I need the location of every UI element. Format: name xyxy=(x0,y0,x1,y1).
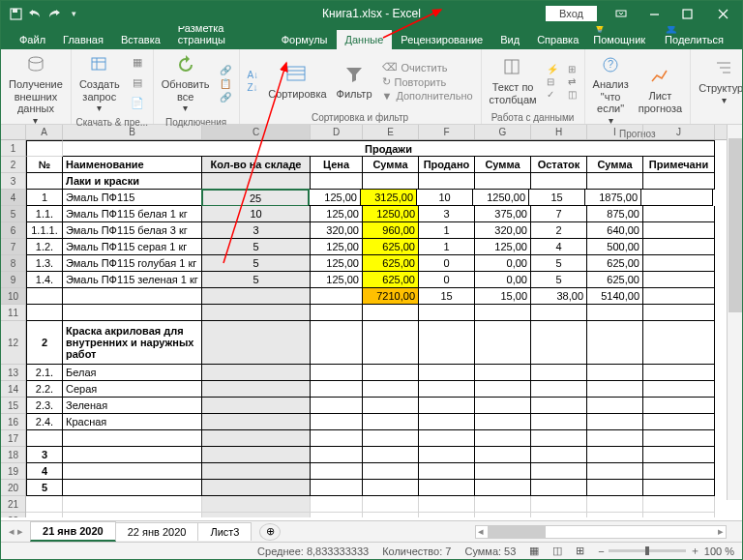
col-header-E[interactable]: E xyxy=(363,125,419,139)
cell[interactable]: 5 xyxy=(26,480,63,496)
vscroll-thumb[interactable] xyxy=(728,138,742,312)
cell[interactable]: 0 xyxy=(419,272,475,288)
cell[interactable] xyxy=(63,480,202,496)
cell[interactable] xyxy=(643,365,715,381)
cell[interactable] xyxy=(475,447,531,463)
cell[interactable]: 1.4. xyxy=(26,272,63,288)
cell[interactable]: 1250,00 xyxy=(473,190,529,206)
advanced-button[interactable]: ▼ Дополнительно xyxy=(378,89,477,103)
add-sheet-button[interactable]: ⊕ xyxy=(259,523,281,541)
cell[interactable] xyxy=(419,381,475,398)
close-icon[interactable] xyxy=(703,1,742,26)
cell[interactable]: 4 xyxy=(531,239,587,255)
cell[interactable] xyxy=(26,496,63,513)
cell[interactable] xyxy=(587,381,643,398)
cell[interactable] xyxy=(419,463,475,480)
cell[interactable]: 38,00 xyxy=(531,288,587,305)
tab-formulas[interactable]: Формулы xyxy=(273,30,337,49)
cell[interactable]: 0,00 xyxy=(475,255,531,272)
removedup-button[interactable]: ⊟ xyxy=(543,75,562,88)
cell[interactable] xyxy=(202,381,311,398)
cell[interactable] xyxy=(363,430,419,447)
filter-button[interactable]: Фильтр xyxy=(333,61,376,103)
row-header-21[interactable]: 21 xyxy=(1,496,25,513)
cell[interactable] xyxy=(475,463,531,480)
tab-data[interactable]: Данные xyxy=(337,30,393,49)
cell[interactable] xyxy=(419,430,475,447)
connections-button[interactable]: 🔗 xyxy=(216,64,235,76)
redo-icon[interactable] xyxy=(47,7,61,20)
cell[interactable] xyxy=(311,513,363,517)
row-header-3[interactable]: 3 xyxy=(1,173,25,190)
cell[interactable]: 625,00 xyxy=(363,239,419,255)
cell[interactable]: 375,00 xyxy=(475,206,531,222)
new-query-button[interactable]: Создать запрос ▾ xyxy=(75,51,124,116)
hscroll-thumb[interactable] xyxy=(488,526,546,538)
cell[interactable] xyxy=(475,496,531,513)
row-header-1[interactable]: 1 xyxy=(1,140,25,157)
cell[interactable] xyxy=(311,414,363,430)
cell[interactable] xyxy=(419,305,475,321)
cell[interactable]: Эмаль ПФ115 белая 3 кг xyxy=(63,222,202,239)
cell[interactable]: Серая xyxy=(63,381,202,398)
cell[interactable]: Лаки и краски xyxy=(63,173,202,190)
cell[interactable] xyxy=(531,365,587,381)
cell[interactable]: 125,00 xyxy=(311,239,363,255)
col-header-J[interactable]: J xyxy=(643,125,715,139)
cell[interactable] xyxy=(26,513,63,517)
cell[interactable]: 320,00 xyxy=(311,222,363,239)
cell[interactable]: 2.1. xyxy=(26,365,63,381)
cell[interactable] xyxy=(643,414,715,430)
row-header-18[interactable]: 18 xyxy=(1,447,25,463)
cell[interactable]: 625,00 xyxy=(587,272,643,288)
cell[interactable]: 3 xyxy=(202,222,311,239)
cell[interactable] xyxy=(531,430,587,447)
cell[interactable]: 5 xyxy=(531,255,587,272)
cell[interactable] xyxy=(202,447,311,463)
cell[interactable]: 125,00 xyxy=(311,255,363,272)
cell[interactable] xyxy=(363,463,419,480)
cell[interactable]: 125,00 xyxy=(309,190,361,206)
col-header-C[interactable]: C xyxy=(202,125,311,139)
cell[interactable]: 4 xyxy=(26,463,63,480)
cell[interactable]: 5 xyxy=(202,239,311,255)
cell[interactable] xyxy=(419,447,475,463)
cell[interactable] xyxy=(363,381,419,398)
cell[interactable] xyxy=(311,496,363,513)
cell[interactable] xyxy=(26,173,63,190)
cell[interactable] xyxy=(26,140,63,157)
cell[interactable]: 1 xyxy=(26,190,63,206)
cell[interactable]: 5 xyxy=(202,272,311,288)
cell[interactable] xyxy=(641,190,713,206)
cell[interactable] xyxy=(587,496,643,513)
row-header-8[interactable]: 8 xyxy=(1,255,25,272)
cell[interactable] xyxy=(475,381,531,398)
tab-view[interactable]: Вид xyxy=(491,30,528,49)
cell[interactable] xyxy=(475,321,531,365)
cell[interactable] xyxy=(587,513,643,517)
cell[interactable] xyxy=(202,321,311,365)
cell[interactable]: 3125,00 xyxy=(361,190,417,206)
cell[interactable]: 2 xyxy=(531,222,587,239)
cell[interactable] xyxy=(311,288,363,305)
cell[interactable] xyxy=(643,513,715,517)
maximize-icon[interactable] xyxy=(670,1,703,26)
cell[interactable] xyxy=(643,496,715,513)
row-header-13[interactable]: 13 xyxy=(1,365,25,381)
cell[interactable] xyxy=(63,496,202,513)
refresh-all-button[interactable]: Обновить все ▾ xyxy=(158,51,214,116)
cell[interactable] xyxy=(26,305,63,321)
row-header-10[interactable]: 10 xyxy=(1,288,25,305)
cell[interactable]: № xyxy=(26,157,63,173)
cell[interactable] xyxy=(202,480,311,496)
cell[interactable] xyxy=(419,173,475,190)
cell[interactable] xyxy=(475,513,531,517)
cell[interactable]: Эмаль ПФ115 xyxy=(63,190,202,206)
cell[interactable]: 875,00 xyxy=(587,206,643,222)
cell[interactable] xyxy=(202,173,311,190)
cell[interactable]: 320,00 xyxy=(475,222,531,239)
ribbon-options-icon[interactable] xyxy=(605,1,638,26)
cell[interactable] xyxy=(202,463,311,480)
row-header-2[interactable]: 2 xyxy=(1,157,25,173)
from-table-button[interactable]: ▤ xyxy=(126,74,149,93)
